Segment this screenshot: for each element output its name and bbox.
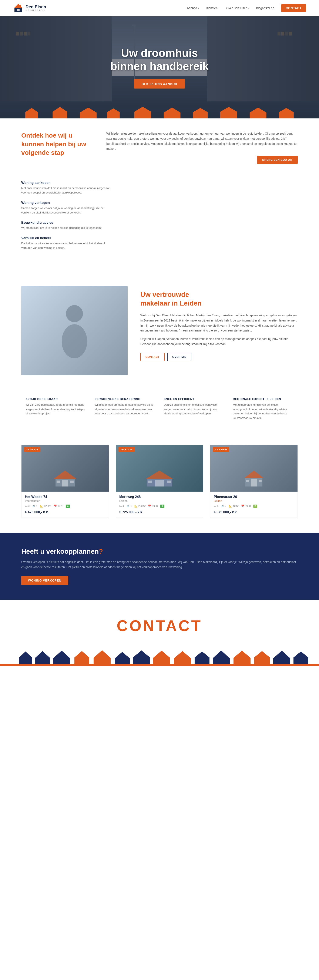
- svg-marker-32: [35, 651, 50, 664]
- hero-content: Uw droomhuis binnen handbereik BEKIJK ON…: [110, 46, 209, 89]
- svg-marker-35: [94, 650, 111, 664]
- property-img-3: TE KOOP: [211, 445, 298, 492]
- svg-rect-23: [155, 480, 164, 487]
- services-section: Woning aankopen Met onze kennis van de L…: [0, 177, 319, 273]
- svg-marker-38: [153, 651, 170, 664]
- service-desc-2: Samen zorgen we ervoor dat jouw woning d…: [21, 206, 111, 215]
- svg-rect-25: [167, 480, 171, 483]
- svg-marker-44: [273, 651, 290, 664]
- property-badge-3: TE KOOP: [213, 447, 229, 452]
- svg-rect-2: [20, 5, 21, 7]
- svg-marker-31: [19, 651, 32, 664]
- chevron-down-icon: ▾: [198, 7, 199, 10]
- cta-left: Heeft u verkoopplannen? Uw huis verkopen…: [21, 547, 298, 585]
- usp-box-1: ALTIJD BEREIKBAAR Wij zijn 24/7 bereikba…: [21, 392, 90, 425]
- properties-grid: TE KOOP Het Wedde 74 Voorschoten 🛏 3: [21, 445, 298, 518]
- svg-rect-30: [258, 480, 262, 482]
- cta-title: Heeft u verkoopplannen?: [21, 547, 298, 555]
- svg-rect-20: [70, 480, 73, 483]
- about-text-content: Uw vertrouwde makelaar in Leiden Welkom …: [140, 286, 298, 375]
- property-img-2: TE KOOP: [116, 445, 203, 492]
- nav-item-aanbod[interactable]: Aanbod ▾: [187, 6, 199, 10]
- hero-cta-button[interactable]: BEKIJK ONS AANBOD: [134, 79, 185, 89]
- logo-text: Den Elsen MAKELAARDIJ: [26, 5, 46, 12]
- svg-marker-7: [107, 108, 120, 118]
- hero-rooftops: [0, 106, 319, 118]
- about-me-button[interactable]: OVER MIJ: [167, 353, 191, 361]
- about-title: Uw vertrouwde makelaar in Leiden: [140, 290, 298, 308]
- property-card-3[interactable]: TE KOOP Pioenstraat 26 Leiden 🛏 4 �: [210, 445, 298, 518]
- energy-badge-1: A: [66, 504, 70, 508]
- property-card-2[interactable]: TE KOOP Morsweg 248 Leiden 🛏 4 🚿 1: [116, 445, 203, 518]
- bed-icon: 🛏 3: [25, 504, 30, 508]
- area-icon: 📐 120m²: [40, 504, 51, 508]
- svg-marker-12: [250, 108, 266, 118]
- property-img-1: TE KOOP: [21, 445, 108, 492]
- svg-rect-19: [57, 480, 60, 483]
- usp-section: ALTIJD BEREIKBAAR Wij zijn 24/7 bereikba…: [0, 392, 319, 440]
- property-card-1[interactable]: TE KOOP Het Wedde 74 Voorschoten 🛏 3: [21, 445, 109, 518]
- usp-desc-3: Dankzij onze snelle en effectieve werkwi…: [164, 403, 224, 416]
- usp-title-4: REGIONALE EXPERT IN LEIDEN: [233, 398, 293, 401]
- about-section: Uw vertrouwde makelaar in Leiden Welkom …: [0, 273, 319, 392]
- bath-icon: 🚿 1: [126, 504, 132, 508]
- contact-heading: CONTACT: [13, 617, 306, 635]
- property-badge-1: TE KOOP: [24, 447, 40, 452]
- svg-marker-11: [220, 107, 237, 118]
- svg-marker-4: [25, 108, 38, 118]
- nav-item-blog[interactable]: BlogartikeLen: [256, 6, 274, 10]
- chevron-down-icon: ▾: [219, 7, 220, 10]
- bath-icon: 🚿 1: [32, 504, 37, 508]
- nav-contact-button[interactable]: CONTACT: [281, 4, 306, 12]
- svg-rect-29: [246, 480, 249, 482]
- logo-name: Den Elsen: [26, 5, 46, 10]
- svg-marker-9: [164, 108, 180, 118]
- usp-desc-1: Wij zijn 24/7 bereikbaar, zodat u op elk…: [26, 403, 86, 416]
- nav-item-diensten[interactable]: Diensten ▾: [206, 6, 220, 10]
- logo-icon: [13, 3, 24, 14]
- person-silhouette: [57, 303, 91, 358]
- svg-marker-39: [174, 651, 191, 664]
- svg-marker-41: [213, 651, 230, 664]
- header: Den Elsen MAKELAARDIJ Aanbod ▾ Diensten …: [0, 0, 319, 16]
- property-name-1: Het Wedde 74: [25, 495, 105, 499]
- about-contact-button[interactable]: CONTACT: [140, 353, 164, 361]
- energy-badge-3: B: [253, 504, 257, 508]
- svg-marker-10: [193, 108, 208, 118]
- property-specs-2: 🛏 4 🚿 1 📐 200m² 📅 1998 A: [119, 504, 200, 508]
- intro-cta-button[interactable]: BRENG EEN BOD UIT: [257, 156, 298, 164]
- service-item-3: Bouwkundig advies Wij staan klaar om je …: [21, 221, 111, 230]
- properties-section: TE KOOP Het Wedde 74 Voorschoten 🛏 3: [0, 440, 319, 533]
- property-price-1: € 475.000,- k.k.: [25, 510, 105, 514]
- year-icon: 📅 1975: [54, 504, 63, 508]
- bed-icon: 🛏 4: [214, 504, 219, 508]
- usp-box-2: PERSOONLIJKE BENADERING Wij bieden een o…: [90, 392, 160, 425]
- bed-icon: 🛏 4: [119, 504, 124, 508]
- usp-title-2: PERSOONLIJKE BENADERING: [95, 398, 155, 401]
- year-icon: 📅 1998: [148, 504, 158, 508]
- footer-rooftops: [0, 647, 319, 664]
- cta-body: Uw huis verkopen is niet iets dat dageli…: [21, 560, 298, 570]
- logo-subtitle: MAKELAARDIJ: [26, 10, 46, 12]
- intro-body: Wij bieden uitgebreide makelaarsdiensten…: [106, 131, 298, 151]
- intro-left: Ontdek hoe wij u kunnen helpen bij uw vo…: [21, 131, 94, 157]
- svg-marker-21: [146, 471, 173, 479]
- svg-marker-13: [279, 108, 294, 118]
- service-title-1: Woning aankopen: [21, 181, 111, 185]
- cta-button[interactable]: WONING VERKOPEN: [21, 576, 68, 585]
- area-icon: 📐 40m²: [229, 504, 239, 508]
- svg-marker-34: [75, 651, 89, 664]
- about-para2: Of je nu wilt kopen, verkopen, huren of …: [140, 337, 298, 347]
- property-info-2: Morsweg 248 Leiden 🛏 4 🚿 1 📐 200m² 📅 199…: [116, 492, 203, 517]
- logo[interactable]: Den Elsen MAKELAARDIJ: [13, 3, 46, 14]
- property-price-3: € 375.000,- k.k.: [214, 510, 294, 514]
- nav-item-over[interactable]: Over Den Elsen ▾: [226, 6, 249, 10]
- service-desc-1: Met onze kennis van de Leidse markt en p…: [21, 186, 111, 195]
- energy-badge-2: A: [160, 504, 164, 508]
- svg-rect-28: [251, 479, 257, 487]
- property-specs-3: 🛏 4 🚿 2 📐 40m² 📅 1930 B: [214, 504, 294, 508]
- property-specs-1: 🛏 3 🚿 1 📐 120m² 📅 1975 A: [25, 504, 105, 508]
- svg-marker-8: [134, 107, 151, 118]
- main-nav: Aanbod ▾ Diensten ▾ Over Den Elsen ▾ Blo…: [187, 4, 306, 12]
- property-badge-2: TE KOOP: [118, 447, 135, 452]
